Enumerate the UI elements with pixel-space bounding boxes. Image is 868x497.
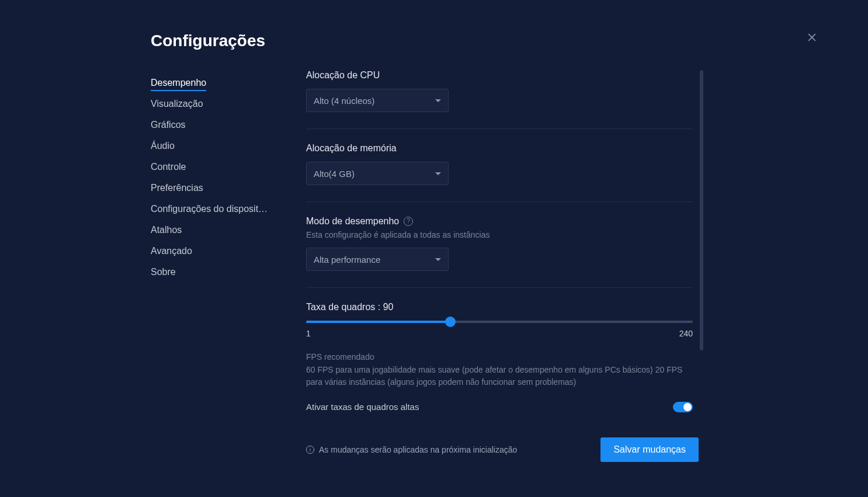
perf-mode-select[interactable]: Alta performance xyxy=(306,248,449,271)
memory-select[interactable]: Alto(4 GB) xyxy=(306,162,449,185)
cpu-select-value: Alto (4 núcleos) xyxy=(314,96,435,106)
perf-mode-label: Modo de desempenho ? xyxy=(306,216,693,227)
fps-slider-thumb[interactable] xyxy=(445,317,456,327)
footer: i As mudanças serão aplicadas na próxima… xyxy=(306,437,699,462)
toggle-row-high-fps: Ativar taxas de quadros altas xyxy=(306,396,693,415)
sidebar-item-visualizacao[interactable]: Visualização xyxy=(151,93,279,114)
section-fps: Taxa de quadros : 90 1 240 FPS recomenda… xyxy=(306,302,693,415)
section-cpu: Alocação de CPU Alto (4 núcleos) xyxy=(306,70,693,112)
perf-mode-select-value: Alta performance xyxy=(314,255,435,265)
fps-slider[interactable] xyxy=(306,321,693,323)
fps-recommendation: FPS recomendado 60 FPS para uma jogabili… xyxy=(306,351,693,388)
perf-mode-label-text: Modo de desempenho xyxy=(306,216,399,227)
sidebar-item-controle[interactable]: Controle xyxy=(151,157,279,178)
chevron-down-icon xyxy=(435,172,441,175)
memory-select-value: Alto(4 GB) xyxy=(314,169,435,179)
divider xyxy=(306,128,693,129)
fps-reco-body: 60 FPS para uma jogabilidade mais suave … xyxy=(306,364,693,388)
sidebar-item-atalhos[interactable]: Atalhos xyxy=(151,220,279,241)
close-icon xyxy=(806,32,818,43)
sidebar-item-desempenho[interactable]: Desempenho xyxy=(151,72,279,93)
header: Configurações xyxy=(151,32,265,50)
page-title: Configurações xyxy=(151,32,265,50)
footer-note: i As mudanças serão aplicadas na próxima… xyxy=(306,445,517,454)
footer-note-text: As mudanças serão aplicadas na próxima i… xyxy=(319,445,517,454)
sidebar-item-sobre[interactable]: Sobre xyxy=(151,262,279,283)
memory-label: Alocação de memória xyxy=(306,143,693,154)
divider xyxy=(306,201,693,202)
divider xyxy=(306,287,693,288)
content-area: Alocação de CPU Alto (4 núcleos) Alocaçã… xyxy=(306,70,704,415)
chevron-down-icon xyxy=(435,258,441,261)
section-perf-mode: Modo de desempenho ? Esta configuração é… xyxy=(306,216,693,271)
fps-max-label: 240 xyxy=(679,329,693,338)
fps-slider-fill xyxy=(306,321,450,323)
sidebar-item-graficos[interactable]: Gráficos xyxy=(151,114,279,135)
close-button[interactable] xyxy=(806,32,818,43)
save-button[interactable]: Salvar mudanças xyxy=(600,437,699,462)
fps-title-prefix: Taxa de quadros : xyxy=(306,302,383,312)
sidebar-item-audio[interactable]: Áudio xyxy=(151,135,279,157)
fps-slider-range: 1 240 xyxy=(306,329,693,338)
toggle-knob xyxy=(683,403,692,411)
high-fps-label: Ativar taxas de quadros altas xyxy=(306,402,419,412)
settings-modal: Configurações Desempenho Visualização Gr… xyxy=(0,0,868,497)
fps-min-label: 1 xyxy=(306,329,311,338)
info-icon: i xyxy=(306,446,314,454)
sidebar-item-preferencias[interactable]: Preferências xyxy=(151,178,279,199)
sidebar: Desempenho Visualização Gráficos Áudio C… xyxy=(151,72,279,283)
fps-reco-title: FPS recomendado xyxy=(306,351,693,363)
help-icon[interactable]: ? xyxy=(404,217,413,226)
section-memory: Alocação de memória Alto(4 GB) xyxy=(306,143,693,185)
sidebar-item-dispositivo[interactable]: Configurações do disposit… xyxy=(151,199,279,220)
chevron-down-icon xyxy=(435,99,441,102)
perf-mode-sublabel: Esta configuração é aplicada a todas as … xyxy=(306,230,693,239)
fps-value: 90 xyxy=(383,302,394,312)
cpu-select[interactable]: Alto (4 núcleos) xyxy=(306,89,449,112)
high-fps-toggle[interactable] xyxy=(673,402,693,412)
fps-slider-title: Taxa de quadros : 90 xyxy=(306,302,693,312)
cpu-label: Alocação de CPU xyxy=(306,70,693,81)
sidebar-item-avancado[interactable]: Avançado xyxy=(151,241,279,262)
